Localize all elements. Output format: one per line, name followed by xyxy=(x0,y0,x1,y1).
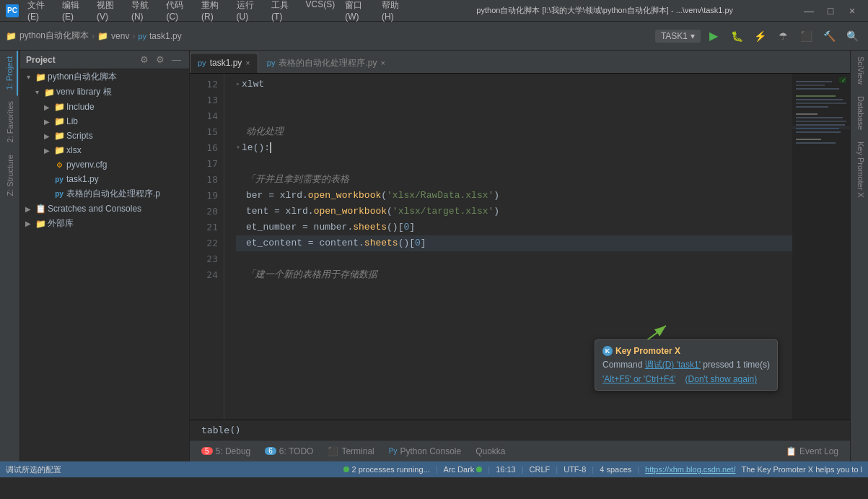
menu-vcs[interactable]: VCS(S) xyxy=(302,0,340,23)
tree-task1[interactable]: ▶ py task1.py xyxy=(20,172,189,186)
code-text: et_content = content. xyxy=(246,235,364,251)
folder-icon: 📁 xyxy=(35,71,46,83)
shortcut-link[interactable]: 'Alt+F5' or 'Ctrl+F4' xyxy=(602,374,675,384)
fold-icon[interactable]: ▾ xyxy=(236,140,240,156)
build-button[interactable]: 🔨 xyxy=(819,26,839,46)
tree-root-project[interactable]: ▾ 📁 python自动化脚本 xyxy=(20,69,189,84)
tree-pyvenv[interactable]: ▶ ⚙ pyvenv.cfg xyxy=(20,157,189,172)
theme-status[interactable]: Arc Dark xyxy=(444,465,483,474)
indent-text: 4 spaces xyxy=(600,465,631,474)
breadcrumb-project[interactable]: python自动化脚本 xyxy=(19,30,89,42)
debug-badge: 5 xyxy=(201,447,213,455)
gear-icon[interactable]: ⚙ xyxy=(138,53,151,66)
line-ending-status[interactable]: CRLF xyxy=(530,465,551,474)
tree-external[interactable]: ▶ 📁 外部库 xyxy=(20,216,189,231)
main-area: 1: Project 2: Favorites Z: Structure Pro… xyxy=(0,51,868,461)
folder-icon: 📁 xyxy=(43,87,55,98)
code-text: ] xyxy=(409,220,415,235)
menu-help[interactable]: 帮助(H) xyxy=(377,0,411,23)
line-col-status[interactable]: 16:13 xyxy=(496,465,516,474)
code-editor[interactable]: 12 13 14 15 16 17 18 19 20 21 22 23 24 ▸… xyxy=(190,74,850,420)
editor-tabs-bar: py task1.py × py 表格的自动化处理程序.py × xyxy=(190,51,850,74)
fold-icon[interactable]: ▸ xyxy=(236,77,240,92)
code-text: sheets xyxy=(353,220,387,235)
code-text: ( xyxy=(387,204,393,220)
menu-code[interactable]: 代码(C) xyxy=(162,0,196,23)
processes-text: 2 processes running... xyxy=(351,465,429,474)
event-log-tab[interactable]: 📋 Event Log xyxy=(780,445,844,458)
tab-close-icon[interactable]: × xyxy=(245,58,250,67)
coverage-button[interactable]: ☂ xyxy=(773,26,793,46)
expand-icon: ▶ xyxy=(23,205,33,213)
tree-xlsx[interactable]: ▶ 📁 xlsx xyxy=(20,143,189,157)
profile-button[interactable]: ⚡ xyxy=(750,26,770,46)
menu-tools[interactable]: 工具(T) xyxy=(267,0,299,23)
breadcrumb-venv[interactable]: venv xyxy=(111,31,129,41)
code-text: 0 xyxy=(403,220,409,235)
tree-scripts[interactable]: ▶ 📁 Scripts xyxy=(20,129,189,143)
encoding-status[interactable]: UTF-8 xyxy=(564,465,586,474)
search-everywhere-button[interactable]: 🔍 xyxy=(842,26,862,46)
database-tab[interactable]: Database xyxy=(851,90,868,136)
sidebar-tab-project[interactable]: 1: Project xyxy=(2,51,18,95)
terminal-tab-label: Terminal xyxy=(341,446,374,456)
svg-rect-6 xyxy=(796,103,846,104)
todo-tab[interactable]: 6 6: TODO xyxy=(259,445,319,458)
tab-autoprocess[interactable]: py 表格的自动化处理程序.py × xyxy=(259,53,393,73)
run-button[interactable]: ▶ xyxy=(703,26,724,46)
command-link[interactable]: 调试(D) 'task1' xyxy=(645,360,701,370)
todo-tab-label: 6: TODO xyxy=(279,446,314,456)
sidebar-tab-favorites[interactable]: 2: Favorites xyxy=(3,95,17,148)
code-text: ()[ xyxy=(398,235,415,251)
minimap[interactable]: ✓ xyxy=(792,74,850,420)
tab-label: 表格的自动化处理程序.py xyxy=(279,57,377,69)
tree-venv[interactable]: ▾ 📁 venv library 根 xyxy=(20,84,189,100)
close-button[interactable]: × xyxy=(842,4,862,18)
menu-edit[interactable]: 编辑(E) xyxy=(58,0,91,23)
theme-dot xyxy=(476,467,482,472)
sci-view-tab[interactable]: SciView xyxy=(851,51,868,90)
menu-view[interactable]: 视图(V) xyxy=(92,0,126,23)
tree-autoprocess[interactable]: ▶ py 表格的自动化处理程序.p xyxy=(20,186,189,201)
code-line: 动化处理 xyxy=(236,124,792,140)
run-config-selector[interactable]: TASK1 ▾ xyxy=(655,30,701,43)
tree-include[interactable]: ▶ 📁 Include xyxy=(20,100,189,114)
processes-status: 2 processes running... xyxy=(343,465,429,474)
footer-link[interactable]: https://xhm.blog.csdn.net/ xyxy=(645,465,735,474)
tree-scratches[interactable]: ▶ 📋 Scratches and Consoles xyxy=(20,201,189,216)
menu-nav[interactable]: 导航(N) xyxy=(127,0,161,23)
debug-tab[interactable]: 5 5: Debug xyxy=(196,445,256,458)
dont-show-link[interactable]: (Don't show again) xyxy=(685,374,758,384)
sidebar-tab-structure[interactable]: Z: Structure xyxy=(3,149,17,201)
menu-file[interactable]: 文件(E) xyxy=(23,0,56,23)
indent-status[interactable]: 4 spaces xyxy=(600,465,631,474)
maximize-button[interactable]: □ xyxy=(820,4,841,18)
menu-window[interactable]: 窗口(W) xyxy=(341,0,376,23)
tree-lib[interactable]: ▶ 📁 Lib xyxy=(20,114,189,129)
terminal-tab[interactable]: ⬛ Terminal xyxy=(322,445,380,458)
code-line xyxy=(236,108,792,124)
debug-button[interactable]: 🐛 xyxy=(727,26,747,46)
tab-close-icon[interactable]: × xyxy=(380,58,385,67)
tab-task1[interactable]: py task1.py × xyxy=(190,53,258,73)
settings-icon[interactable]: ⚙ xyxy=(154,53,167,66)
menu-refactor[interactable]: 重构(R) xyxy=(197,0,231,23)
python-console-tab[interactable]: Py Python Console xyxy=(383,445,467,458)
menu-run[interactable]: 运行(U) xyxy=(232,0,266,23)
expand-icon: ▶ xyxy=(42,132,52,140)
title-bar: PC 文件(E) 编辑(E) 视图(V) 导航(N) 代码(C) 重构(R) 运… xyxy=(0,0,868,22)
py-console-icon: Py xyxy=(389,447,398,455)
status-sep: | xyxy=(488,465,490,474)
stop-button[interactable]: ⬛ xyxy=(796,26,816,46)
svg-rect-9 xyxy=(796,117,843,118)
quokka-tab[interactable]: Quokka xyxy=(470,445,511,458)
editor-area: py task1.py × py 表格的自动化处理程序.py × 12 13 1… xyxy=(190,51,850,461)
breadcrumb-file[interactable]: task1.py xyxy=(149,31,182,41)
expand-icon: ▶ xyxy=(23,220,33,227)
minimize-button[interactable]: — xyxy=(799,4,819,18)
close-panel-icon[interactable]: — xyxy=(170,53,183,66)
tree-item-label: 表格的自动化处理程序.p xyxy=(66,188,160,200)
code-line: ▸ xlwt xyxy=(236,77,792,92)
expand-icon: ▶ xyxy=(42,147,52,155)
key-promoter-tab[interactable]: Key Promoter X xyxy=(851,136,868,204)
